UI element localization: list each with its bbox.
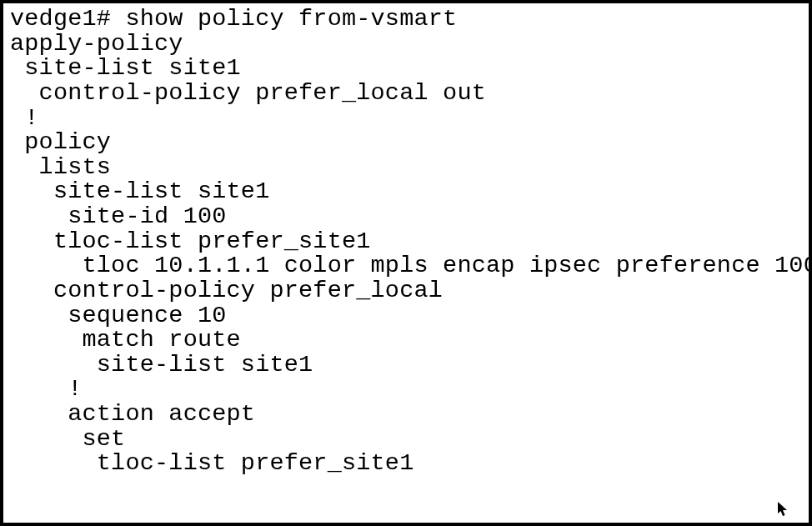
terminal-output: vedge1# show policy from-vsmart apply-po… — [10, 7, 802, 476]
terminal-window: vedge1# show policy from-vsmart apply-po… — [0, 0, 812, 526]
mouse-cursor-icon — [777, 501, 789, 518]
